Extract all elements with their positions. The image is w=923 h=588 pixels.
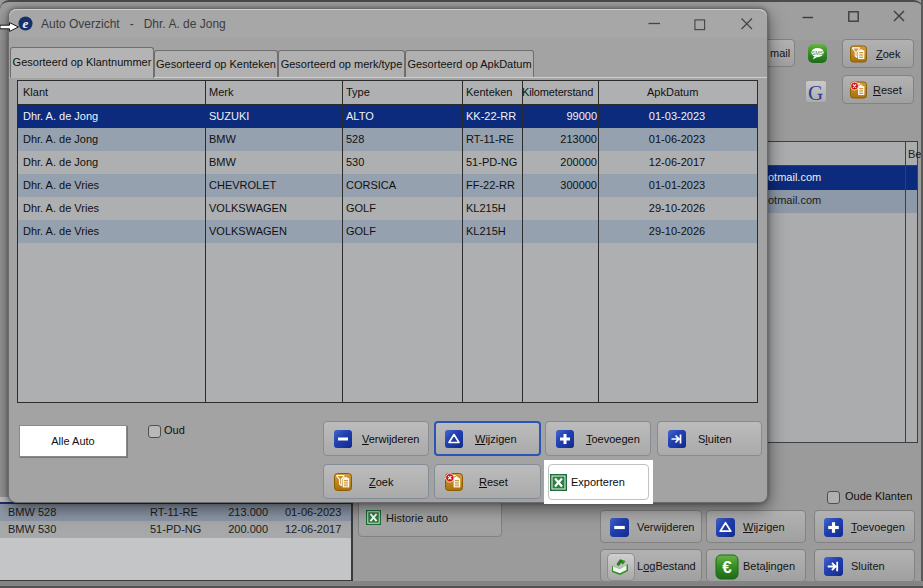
svg-text:e: e xyxy=(23,16,29,31)
svg-text:€: € xyxy=(722,558,732,577)
svg-text:SMS: SMS xyxy=(812,50,824,56)
